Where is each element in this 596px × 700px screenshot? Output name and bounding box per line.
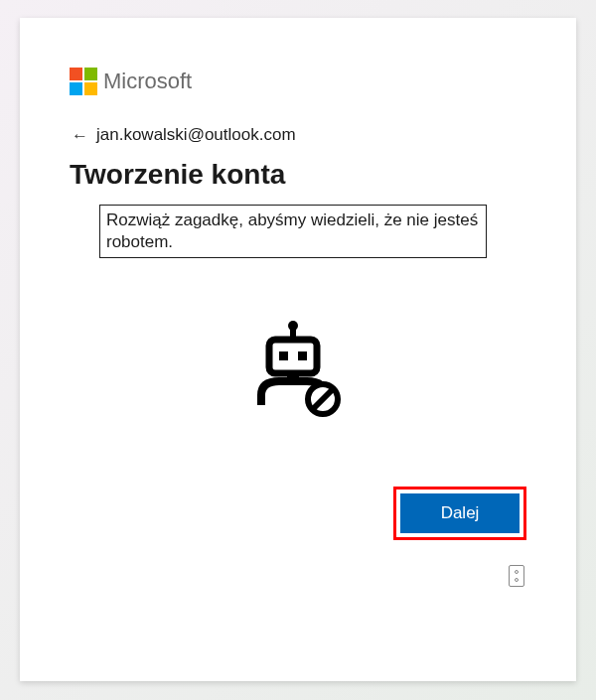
identity-row: ← jan.kowalski@outlook.com: [72, 125, 526, 145]
logo-row: Microsoft: [70, 68, 526, 95]
brand-name: Microsoft: [103, 69, 192, 94]
highlight-annotation: Dalej: [393, 487, 526, 540]
svg-rect-4: [298, 351, 307, 360]
svg-rect-3: [279, 351, 288, 360]
no-robot-icon: [243, 318, 353, 427]
back-arrow-icon[interactable]: ←: [72, 127, 88, 144]
next-button[interactable]: Dalej: [400, 493, 520, 533]
microsoft-logo-icon: [70, 68, 97, 95]
svg-rect-2: [269, 340, 317, 373]
privacy-info-icon[interactable]: [509, 565, 524, 587]
captcha-instruction: Rozwiąż zagadkę, abyśmy wiedzieli, że ni…: [99, 205, 487, 258]
page-title: Tworzenie konta: [70, 159, 526, 191]
signup-card: Microsoft ← jan.kowalski@outlook.com Two…: [20, 18, 576, 681]
button-row: Dalej: [70, 487, 526, 540]
account-email: jan.kowalski@outlook.com: [96, 125, 296, 145]
captcha-area: [70, 318, 526, 427]
